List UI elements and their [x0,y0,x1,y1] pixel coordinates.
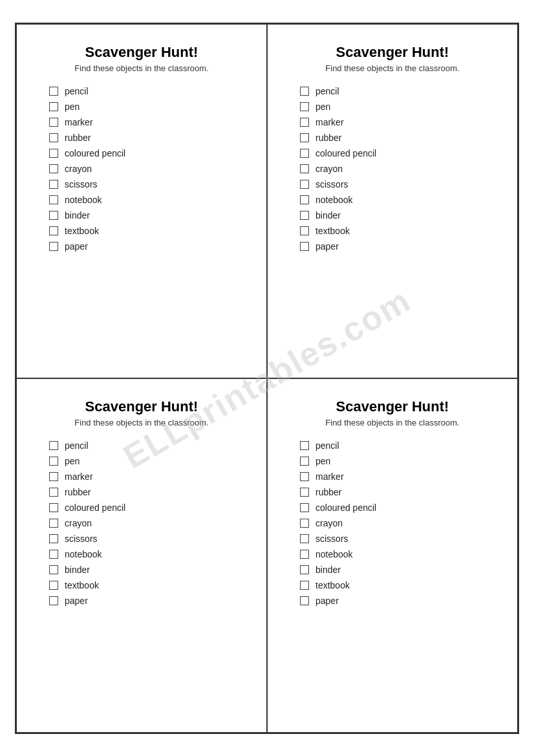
checkbox[interactable] [300,472,309,481]
checkbox[interactable] [49,534,58,543]
list-item: coloured pencil [300,502,504,513]
checkbox[interactable] [49,565,58,574]
checkbox[interactable] [49,211,58,220]
item-label: scissors [65,179,98,189]
scavenger-card-1: Scavenger Hunt!Find these objects in the… [16,24,267,378]
checkbox[interactable] [49,550,58,559]
checkbox[interactable] [49,102,58,111]
checkbox[interactable] [300,102,309,111]
checkbox[interactable] [300,550,309,559]
checkbox[interactable] [49,457,58,466]
list-item: marker [49,471,253,482]
item-label: coloured pencil [315,148,376,158]
item-label: pencil [65,86,89,96]
checkbox[interactable] [49,488,58,497]
list-item: marker [49,117,253,127]
checkbox[interactable] [49,118,58,127]
list-item: binder [300,565,504,575]
item-label: crayon [315,518,343,528]
checklist: pencilpenmarkerrubbercoloured pencilcray… [281,440,504,611]
checkbox[interactable] [49,87,58,96]
card-title: Scavenger Hunt! [336,44,449,61]
item-label: pen [65,456,80,466]
list-item: pencil [49,440,253,451]
item-label: textbook [315,226,350,236]
list-item: pen [300,102,504,112]
checklist: pencilpenmarkerrubbercoloured pencilcray… [281,86,504,257]
checkbox[interactable] [49,226,58,235]
checkbox[interactable] [300,242,309,251]
checkbox[interactable] [300,226,309,235]
list-item: pen [300,456,504,466]
list-item: coloured pencil [49,502,253,513]
item-label: marker [315,471,344,482]
card-title: Scavenger Hunt! [336,398,449,415]
list-item: paper [300,241,504,252]
checkbox[interactable] [300,87,309,96]
item-label: binder [65,565,90,575]
checkbox[interactable] [300,534,309,543]
checkbox[interactable] [49,472,58,481]
checkbox[interactable] [300,164,309,173]
list-item: binder [49,565,253,575]
item-label: notebook [65,195,102,205]
checkbox[interactable] [300,596,309,605]
list-item: notebook [49,549,253,559]
card-subtitle: Find these objects in the classroom. [74,418,208,427]
item-label: paper [315,241,339,252]
item-label: marker [65,471,93,482]
item-label: notebook [315,195,353,205]
card-subtitle: Find these objects in the classroom. [325,63,459,73]
list-item: coloured pencil [49,148,253,158]
checkbox[interactable] [49,195,58,204]
list-item: scissors [49,534,253,544]
item-label: crayon [65,164,92,174]
item-label: textbook [65,580,99,590]
checkbox[interactable] [49,149,58,158]
checkbox[interactable] [300,118,309,127]
item-label: rubber [315,133,341,143]
checkbox[interactable] [49,441,58,450]
checkbox[interactable] [300,488,309,497]
checkbox[interactable] [300,133,309,142]
checkbox[interactable] [49,581,58,590]
checkbox[interactable] [300,441,309,450]
item-label: scissors [315,179,348,189]
list-item: pencil [300,86,504,96]
scavenger-card-3: Scavenger Hunt!Find these objects in the… [16,378,267,733]
item-label: textbook [65,226,99,236]
item-label: pencil [315,86,339,96]
checkbox[interactable] [49,164,58,173]
item-label: coloured pencil [65,148,125,158]
list-item: pen [49,102,253,112]
checkbox[interactable] [300,503,309,512]
checkbox[interactable] [300,519,309,528]
checkbox[interactable] [49,596,58,605]
item-label: scissors [315,534,348,544]
checkbox[interactable] [300,149,309,158]
list-item: notebook [300,549,504,559]
item-label: crayon [65,518,92,528]
list-item: marker [300,117,504,127]
checkbox[interactable] [300,581,309,590]
checkbox[interactable] [49,180,58,189]
list-item: scissors [49,179,253,189]
list-item: scissors [300,179,504,189]
checkbox[interactable] [300,195,309,204]
card-grid: ELLprintables.com Scavenger Hunt!Find th… [15,23,519,734]
item-label: rubber [65,487,91,497]
card-subtitle: Find these objects in the classroom. [74,63,208,73]
checkbox[interactable] [49,242,58,251]
checkbox[interactable] [49,133,58,142]
list-item: crayon [300,164,504,174]
checkbox[interactable] [49,519,58,528]
checkbox[interactable] [300,457,309,466]
card-subtitle: Find these objects in the classroom. [325,418,459,427]
checklist: pencilpenmarkerrubbercoloured pencilcray… [30,440,253,611]
list-item: scissors [300,534,504,544]
list-item: crayon [49,518,253,528]
checkbox[interactable] [300,211,309,220]
checkbox[interactable] [300,565,309,574]
checkbox[interactable] [49,503,58,512]
checkbox[interactable] [300,180,309,189]
